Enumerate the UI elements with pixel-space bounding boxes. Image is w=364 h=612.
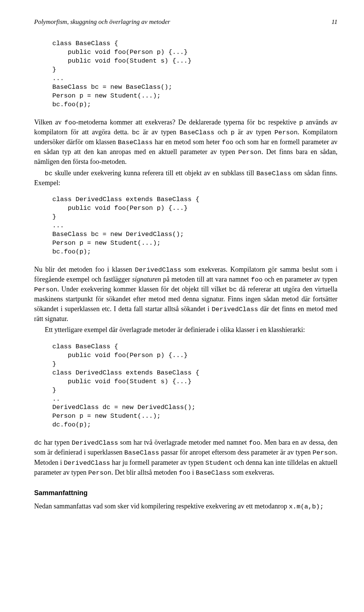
page-header: Polymorfism, skuggning och överlagring a… <box>34 18 337 26</box>
page-container: Polymorfism, skuggning och överlagring a… <box>0 0 364 536</box>
header-page-number: 11 <box>331 18 337 26</box>
paragraph-5: dc har typen DerivedClass som har två öv… <box>34 438 337 478</box>
para-group-3: dc har typen DerivedClass som har två öv… <box>34 438 337 478</box>
code-block-1: class BaseClass { public void foo(Person… <box>52 39 337 109</box>
code-block-2: class DerivedClass extends BaseClass { p… <box>52 195 337 256</box>
paragraph-1: Vilken av foo-metoderna kommer att exekv… <box>34 118 337 167</box>
paragraph-3: Nu blir det metoden foo i klassen Derive… <box>34 265 337 324</box>
para-group-1: Vilken av foo-metoderna kommer att exekv… <box>34 118 337 188</box>
para-group-2: Nu blir det metoden foo i klassen Derive… <box>34 265 337 335</box>
paragraph-6: Nedan sammanfattas vad som sker vid komp… <box>34 502 337 511</box>
code-block-3: class BaseClass { public void foo(Person… <box>52 343 337 430</box>
paragraph-4: Ett ytterligare exempel där överlagrade … <box>34 325 337 335</box>
paragraph-2: bc skulle under exekvering kunna referer… <box>34 168 337 188</box>
summary-heading: Sammanfattning <box>34 489 337 497</box>
header-title: Polymorfism, skuggning och överlagring a… <box>34 18 170 26</box>
